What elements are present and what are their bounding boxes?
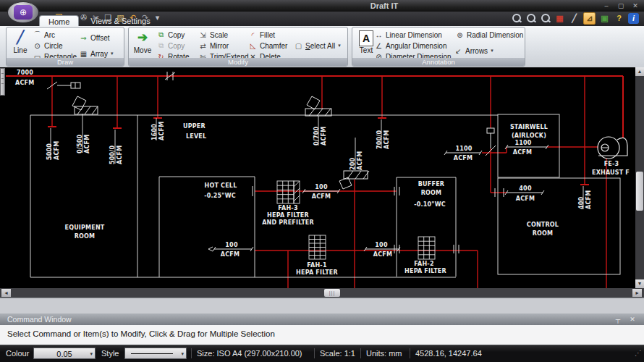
move-button[interactable]: ➔Move xyxy=(131,29,154,56)
help-icon[interactable]: ? xyxy=(614,13,624,24)
scroll-left-icon[interactable]: ◂ xyxy=(1,289,11,297)
command-prompt-text: Select Command or Item(s) to Modify, Cli… xyxy=(7,329,275,338)
canvas-rotated-label: 400 xyxy=(578,196,585,209)
canvas-label: ACFM xyxy=(516,195,535,202)
command-close-icon[interactable]: ✕ xyxy=(627,314,638,324)
linear-dimension-button[interactable]: ↔Linear Dimension xyxy=(374,30,442,40)
vertical-scrollbar[interactable]: ▴ ▾ xyxy=(635,67,644,288)
info-icon[interactable]: i xyxy=(628,13,639,24)
dimension-tool-icon[interactable]: ⊿ xyxy=(583,12,596,25)
tab-views-settings[interactable]: Views & Settings xyxy=(82,15,158,26)
minimize-button[interactable]: – xyxy=(601,1,612,10)
zoom-window-icon[interactable] xyxy=(511,13,522,24)
canvas-rotated-label: ACFM xyxy=(585,190,592,209)
array-icon: ▦ xyxy=(79,50,88,58)
group-label-modify: Modify xyxy=(129,58,347,66)
canvas-rotated-label: ACFM xyxy=(158,122,165,140)
canvas-label: ROOM xyxy=(421,190,442,196)
offset-button[interactable]: ⇒Offset xyxy=(79,33,110,43)
canvas-rotated-label: ACFM xyxy=(357,151,363,170)
angular-dimension-button[interactable]: ∠Angular Dimension xyxy=(374,41,447,51)
canvas-rotated-label: ACFM xyxy=(116,146,123,164)
canvas-rotated-label: ACFM xyxy=(54,141,60,160)
command-window-header[interactable]: Command Window ┬ ✕ xyxy=(0,313,644,325)
status-separator xyxy=(191,348,192,358)
left-vertical-scrollbar-thumb[interactable] xyxy=(0,68,5,96)
chevron-down-icon: ▾ xyxy=(338,43,341,49)
fillet-button[interactable]: ◜Fillet xyxy=(248,30,275,40)
chamfer-button[interactable]: ◺Chamfer xyxy=(248,41,287,51)
image-export-icon[interactable]: ▣ xyxy=(599,13,610,24)
circle-button[interactable]: ⊙Circle xyxy=(33,41,63,51)
canvas-rotated-label: 1600 xyxy=(151,124,158,140)
dock-spacer xyxy=(0,298,644,314)
canvas-label: LEVEL xyxy=(186,133,206,140)
line-button[interactable]: ╱Line xyxy=(9,29,32,56)
mirror-label: Mirror xyxy=(210,42,229,50)
canvas-label: AND PREFILTER xyxy=(262,219,314,226)
canvas-label: HOT CELL xyxy=(205,182,237,189)
copy-button[interactable]: ⧉Copy xyxy=(156,30,185,40)
canvas-label: ACFM xyxy=(15,80,34,86)
mirror-button[interactable]: ⇄Mirror xyxy=(198,41,229,51)
status-separator xyxy=(314,348,315,358)
application-menu-button[interactable]: ⊕ xyxy=(7,1,39,23)
canvas-label: 7000 xyxy=(17,70,33,76)
line-style-dropdown[interactable]: ▾ xyxy=(124,348,187,359)
canvas-label: UPPER xyxy=(183,123,206,130)
arc-button[interactable]: ⌒Arc xyxy=(33,30,55,40)
ribbon-group-draw: ╱Line⌒Arc⊙Circle▭Rectangle⇒Offset▦Array▾… xyxy=(6,27,124,67)
canvas-rotated-label: 200 xyxy=(349,157,356,170)
scale-button[interactable]: ⇲Scale xyxy=(198,30,228,40)
close-button[interactable]: ✕ xyxy=(630,1,641,10)
canvas-label: HEPA FILTER xyxy=(267,212,309,219)
pin-icon[interactable]: ┬ xyxy=(612,314,624,324)
ribbon-group-modify: ➔Move⧉Copy⧉Copy↻Rotate⇲Scale⇄Mirror✄Trim… xyxy=(128,27,348,67)
circle-icon: ⊙ xyxy=(33,42,42,50)
canvas-rotated-label: 0/700 xyxy=(313,127,320,146)
canvas-label: 400 xyxy=(519,185,532,192)
resize-grip-icon[interactable]: ⋰ xyxy=(635,349,642,357)
canvas-label: STAIRWELL xyxy=(510,124,548,130)
canvas-rotated-label: ACFM xyxy=(384,130,390,149)
horizontal-scr ollbar-thumb[interactable]: ||| xyxy=(324,289,340,297)
scale-status: Scale: 1:1 xyxy=(320,349,355,358)
offset-icon: ⇒ xyxy=(79,34,88,42)
horizontal-scrollbar[interactable]: ◂ ||| ▸ xyxy=(0,288,644,298)
radial-dimension-label: Radial Dimension xyxy=(467,31,523,39)
ribbon-tabs: Home Views & Settings xyxy=(39,15,159,26)
canvas-label: FAH-3 xyxy=(278,205,297,211)
zoom-dynamic-icon[interactable] xyxy=(525,13,536,24)
canvas-label: ACFM xyxy=(312,193,331,200)
app-logo-icon: ⊕ xyxy=(14,5,33,20)
tab-home[interactable]: Home xyxy=(39,15,79,26)
copy-icon: ⧉ xyxy=(156,30,166,39)
ribbon-group-annotation: AText▾↔Linear Dimension∠Angular Dimensio… xyxy=(352,27,525,67)
vertical-scrollbar-thumb[interactable] xyxy=(636,172,643,211)
snap-icon[interactable]: ╱ xyxy=(569,13,580,24)
scroll-up-icon[interactable]: ▴ xyxy=(635,67,644,76)
array-button[interactable]: ▦Array▾ xyxy=(79,49,113,59)
angular-dimension-label: Angular Dimension xyxy=(386,42,447,50)
pan-icon[interactable] xyxy=(540,13,551,24)
arrows-label: Arrows xyxy=(465,47,488,55)
canvas-label: -0.25"WC xyxy=(204,193,236,199)
grid-icon[interactable]: ▦ xyxy=(554,13,565,24)
scroll-down-icon[interactable]: ▾ xyxy=(635,279,644,288)
dropdown-arrow-icon: ▾ xyxy=(181,348,184,360)
status-separator xyxy=(360,348,361,358)
drawing-area[interactable]: 7000ACFMUPPERLEVELSTAIRWELL(AIRLOCK)1100… xyxy=(0,67,644,288)
canvas-label: EXHAUST F xyxy=(592,169,630,176)
canvas-label: FAH-2 xyxy=(414,261,433,267)
select-all-button[interactable]: ▢Select All▾ xyxy=(294,41,341,51)
line-width-dropdown[interactable]: 0.05 ▾ xyxy=(33,348,96,359)
arrows-button[interactable]: ↙Arrows▾ xyxy=(454,46,493,56)
exhaust-fan-symbol xyxy=(598,137,627,159)
canvas-label: HEPA FILTER xyxy=(296,269,338,276)
radial-dimension-button[interactable]: ⊚Radial Dimension xyxy=(455,30,523,40)
line-style-sample xyxy=(131,353,173,354)
copy-disabled-label: Copy xyxy=(168,42,185,50)
maximize-button[interactable]: ▢ xyxy=(615,1,627,10)
drawing-canvas[interactable]: 7000ACFMUPPERLEVELSTAIRWELL(AIRLOCK)1100… xyxy=(0,67,644,288)
scroll-right-icon[interactable]: ▸ xyxy=(632,289,642,297)
